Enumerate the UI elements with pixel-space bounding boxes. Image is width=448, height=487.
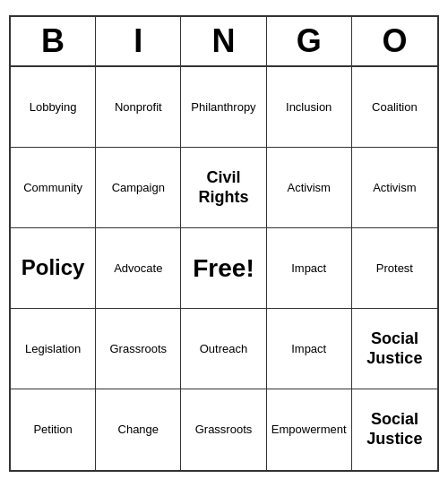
bingo-cell-15: Legislation <box>11 309 96 389</box>
bingo-cell-23: Empowerment <box>267 389 352 470</box>
bingo-cell-1: Nonprofit <box>96 67 181 148</box>
bingo-letter-g: G <box>267 17 352 65</box>
bingo-cell-22: Grassroots <box>181 389 266 470</box>
bingo-cell-4: Coalition <box>352 67 437 148</box>
bingo-card: BINGO LobbyingNonprofitPhilanthropyInclu… <box>9 15 439 472</box>
bingo-cell-6: Campaign <box>96 148 181 228</box>
bingo-cell-12: Free! <box>181 228 266 309</box>
bingo-cell-0: Lobbying <box>11 67 96 148</box>
bingo-cell-9: Activism <box>352 148 437 228</box>
bingo-cell-20: Petition <box>11 389 96 470</box>
bingo-grid: LobbyingNonprofitPhilanthropyInclusionCo… <box>11 67 437 470</box>
bingo-cell-11: Advocate <box>96 228 181 309</box>
bingo-cell-18: Impact <box>267 309 352 389</box>
bingo-cell-3: Inclusion <box>267 67 352 148</box>
bingo-letter-i: I <box>96 17 181 65</box>
bingo-letter-o: O <box>352 17 437 65</box>
bingo-cell-10: Policy <box>11 228 96 309</box>
bingo-cell-19: Social Justice <box>352 309 437 389</box>
bingo-cell-17: Outreach <box>181 309 266 389</box>
bingo-cell-16: Grassroots <box>96 309 181 389</box>
bingo-letter-n: N <box>181 17 266 65</box>
bingo-cell-2: Philanthropy <box>181 67 266 148</box>
bingo-header: BINGO <box>11 17 437 67</box>
bingo-letter-b: B <box>11 17 96 65</box>
bingo-cell-5: Community <box>11 148 96 228</box>
bingo-cell-14: Protest <box>352 228 437 309</box>
bingo-cell-24: Social Justice <box>352 389 437 470</box>
bingo-cell-21: Change <box>96 389 181 470</box>
bingo-cell-7: Civil Rights <box>181 148 266 228</box>
bingo-cell-13: Impact <box>267 228 352 309</box>
bingo-cell-8: Activism <box>267 148 352 228</box>
